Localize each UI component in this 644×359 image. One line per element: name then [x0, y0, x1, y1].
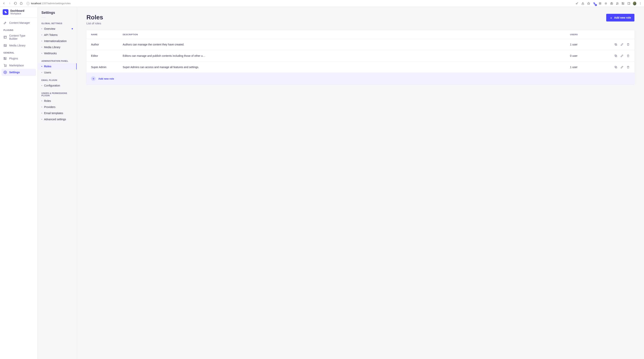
- extension-strapi-icon[interactable]: 8: [593, 2, 596, 5]
- settings-item-label: Overview: [44, 27, 55, 30]
- settings-item-label: Webhooks: [44, 52, 57, 55]
- extension-shield-icon[interactable]: [604, 2, 608, 5]
- role-name: Super Admin: [86, 62, 118, 73]
- nav-settings[interactable]: Settings: [2, 69, 36, 76]
- settings-item-email-templates[interactable]: Email templates: [38, 110, 77, 116]
- svg-point-12: [640, 2, 640, 3]
- extension-camera-icon[interactable]: [610, 2, 613, 5]
- nav-label: Marketplace: [9, 64, 24, 67]
- table-row[interactable]: Super AdminSuper Admins can access and m…: [86, 62, 634, 73]
- add-new-role-button[interactable]: ＋ Add new role: [606, 14, 634, 22]
- footer-label: Add new role: [98, 77, 114, 80]
- role-users: 0 user: [566, 50, 610, 62]
- nav-label: Media Library: [9, 44, 26, 47]
- duplicate-icon[interactable]: [614, 54, 618, 58]
- bullet-icon: [42, 119, 42, 120]
- bullet-icon: [42, 66, 42, 67]
- settings-item-media-library[interactable]: Media Library: [38, 44, 77, 50]
- side-panel-icon[interactable]: [627, 2, 630, 5]
- site-info-icon[interactable]: i: [26, 2, 30, 5]
- settings-title: Settings: [38, 11, 77, 18]
- svg-rect-15: [4, 36, 6, 38]
- add-new-role-footer[interactable]: ＋ Add new role: [86, 73, 634, 84]
- roles-table-card: NAME DESCRIPTION USERS AuthorAuthors can…: [86, 30, 634, 84]
- puzzle-icon: [4, 57, 7, 60]
- duplicate-icon[interactable]: [614, 65, 618, 69]
- bullet-icon: [42, 72, 42, 73]
- settings-item-internationalization[interactable]: Internationalization: [38, 38, 77, 44]
- extension-box-icon[interactable]: [598, 2, 602, 5]
- settings-item-label: Configuration: [44, 84, 60, 87]
- extension-people-icon[interactable]: [616, 2, 619, 5]
- role-description: Authors can manage the content they have…: [118, 39, 566, 50]
- nav-media-library[interactable]: Media Library: [2, 42, 36, 49]
- browser-url: localhost:1337/admin/settings/roles: [31, 2, 572, 5]
- role-users: 1 user: [566, 62, 610, 73]
- table-header-description: DESCRIPTION: [118, 30, 566, 39]
- svg-point-5: [605, 2, 607, 5]
- table-header-actions: [610, 30, 634, 39]
- nav-content-type-builder[interactable]: Content-Type Builder: [2, 33, 36, 42]
- settings-item-overview[interactable]: Overview: [38, 26, 77, 32]
- extensions-puzzle-icon[interactable]: [622, 2, 625, 5]
- nav-label: Content-Type Builder: [9, 34, 34, 40]
- browser-address-bar[interactable]: i localhost:1337/admin/settings/roles: [25, 1, 574, 6]
- pencil-square-icon: [4, 21, 7, 25]
- nav-content-manager[interactable]: Content Manager: [2, 19, 36, 26]
- duplicate-icon[interactable]: [614, 43, 618, 46]
- sidebar-secondary: Settings GLOBAL SETTINGS Overview API To…: [38, 7, 77, 359]
- nav-label: Settings: [9, 71, 20, 74]
- settings-item-users[interactable]: Users: [38, 69, 77, 76]
- bullet-icon: [42, 47, 42, 48]
- role-users: 1 user: [566, 39, 610, 50]
- svg-rect-10: [628, 2, 630, 5]
- share-icon[interactable]: [581, 2, 584, 5]
- table-row[interactable]: EditorEditors can manage and publish con…: [86, 50, 634, 62]
- nav-primary: Content Manager PLUGINS Content-Type Bui…: [0, 18, 38, 76]
- browser-forward-button[interactable]: [8, 2, 12, 5]
- settings-item-webhooks[interactable]: Webhooks: [38, 50, 77, 56]
- browser-menu-icon[interactable]: [639, 2, 642, 5]
- roles-table: NAME DESCRIPTION USERS AuthorAuthors can…: [86, 30, 634, 73]
- edit-icon[interactable]: [620, 65, 624, 69]
- page-subtitle: List of roles: [86, 22, 103, 25]
- app-root: Dashboard Workplace Content Manager PLUG…: [0, 7, 644, 359]
- svg-point-0: [576, 3, 577, 4]
- delete-icon[interactable]: [626, 43, 630, 46]
- browser-reload-button[interactable]: [14, 2, 17, 5]
- brand-title: Dashboard: [10, 9, 24, 12]
- settings-item-roles[interactable]: Roles: [38, 63, 77, 69]
- profile-avatar[interactable]: [633, 2, 636, 5]
- browser-back-button[interactable]: [2, 2, 6, 5]
- bookmark-star-icon[interactable]: [587, 2, 590, 5]
- edit-icon[interactable]: [620, 54, 624, 58]
- bullet-icon: [42, 101, 42, 101]
- cart-icon: [4, 64, 7, 67]
- delete-icon[interactable]: [626, 54, 630, 58]
- nav-section-plugins: PLUGINS: [2, 26, 36, 33]
- brand-subtitle: Workplace: [10, 12, 24, 15]
- settings-item-label: API Tokens: [44, 33, 58, 37]
- bullet-icon: [42, 107, 42, 107]
- nav-marketplace[interactable]: Marketplace: [2, 62, 36, 69]
- group-global-settings: GLOBAL SETTINGS: [38, 19, 77, 26]
- edit-icon[interactable]: [620, 43, 624, 46]
- settings-item-api-tokens[interactable]: API Tokens: [38, 32, 77, 38]
- page-title: Roles: [86, 14, 103, 21]
- delete-icon[interactable]: [626, 65, 630, 69]
- brand[interactable]: Dashboard Workplace: [0, 7, 38, 18]
- settings-item-label: Users: [44, 71, 51, 74]
- plus-circle-icon: ＋: [91, 76, 96, 81]
- settings-item-providers[interactable]: Providers: [38, 104, 77, 110]
- svg-point-9: [618, 3, 618, 3]
- nav-plugins[interactable]: Plugins: [2, 55, 36, 62]
- settings-item-advanced-settings[interactable]: Advanced settings: [38, 116, 77, 122]
- settings-item-label: Roles: [44, 99, 51, 102]
- password-key-icon[interactable]: [576, 2, 579, 5]
- svg-point-8: [616, 3, 617, 3]
- bullet-icon: [42, 53, 42, 54]
- browser-home-button[interactable]: [19, 2, 23, 5]
- settings-item-configuration[interactable]: Configuration: [38, 83, 77, 89]
- table-row[interactable]: AuthorAuthors can manage the content the…: [86, 39, 634, 50]
- settings-item-up-roles[interactable]: Roles: [38, 98, 77, 104]
